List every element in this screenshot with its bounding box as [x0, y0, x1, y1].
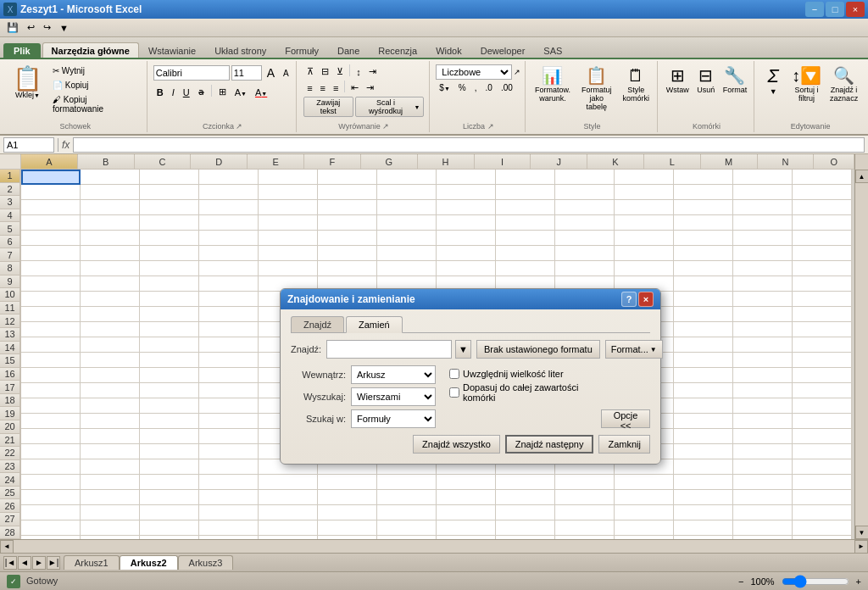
font-color-button[interactable]: A▼: [252, 85, 270, 99]
cell-21-1[interactable]: [81, 475, 140, 490]
cell-22-8[interactable]: [496, 490, 555, 505]
cell-6-9[interactable]: [555, 246, 615, 261]
format-painter-button[interactable]: 🖌 Kopiuj formatowanie: [48, 93, 142, 115]
row-header-16[interactable]: 16: [0, 368, 20, 381]
cell-reference-box[interactable]: [3, 137, 54, 153]
cell-style-btn[interactable]: 🗒 Stylekomórki: [620, 64, 652, 105]
row-header-19[interactable]: 19: [0, 407, 20, 420]
cell-3-13[interactable]: [793, 200, 852, 215]
maximize-button[interactable]: □: [826, 2, 844, 17]
cell-2-12[interactable]: [733, 185, 793, 200]
cell-22-13[interactable]: [793, 490, 852, 505]
row-header-11[interactable]: 11: [0, 302, 20, 315]
align-top-btn[interactable]: ⊼: [303, 64, 317, 79]
font-name-input[interactable]: [153, 65, 230, 81]
cell-2-11[interactable]: [674, 185, 733, 200]
cell-24-7[interactable]: [437, 520, 496, 536]
cell-2-2[interactable]: [140, 185, 199, 200]
cell-24-1[interactable]: [81, 520, 140, 536]
cell-24-4[interactable]: [259, 520, 318, 536]
cell-17-13[interactable]: [793, 414, 852, 429]
cell-4-9[interactable]: [555, 215, 615, 231]
cell-21-10[interactable]: [615, 475, 674, 490]
cell-13-1[interactable]: [81, 353, 140, 368]
cell-15-0[interactable]: [21, 383, 81, 398]
look-in-select[interactable]: Formuły Wartości Komentarze: [351, 409, 436, 428]
row-header-27[interactable]: 27: [0, 513, 20, 526]
cell-5-0[interactable]: [21, 231, 81, 246]
cell-6-7[interactable]: [437, 246, 496, 261]
cell-22-12[interactable]: [733, 490, 793, 505]
tab-znajdz[interactable]: Znajdź: [291, 316, 344, 332]
cell-6-6[interactable]: [377, 246, 437, 261]
cell-3-8[interactable]: [496, 200, 555, 215]
cell-22-10[interactable]: [615, 490, 674, 505]
cell-18-2[interactable]: [140, 429, 199, 444]
cell-21-11[interactable]: [674, 475, 733, 490]
find-select-btn[interactable]: 🔍 Znajdź izaznacz: [827, 64, 860, 105]
col-header-B[interactable]: B: [78, 154, 135, 170]
cell-18-3[interactable]: [199, 429, 259, 444]
czcionka-expand-icon[interactable]: ↗: [236, 122, 242, 131]
cell-15-1[interactable]: [81, 383, 140, 398]
sheet-tab-arkusz1[interactable]: Arkusz1: [64, 555, 120, 570]
cell-16-1[interactable]: [81, 398, 140, 414]
cell-2-6[interactable]: [377, 185, 437, 200]
cell-10-13[interactable]: [793, 307, 852, 322]
sheet-tab-arkusz2[interactable]: Arkusz2: [120, 555, 178, 570]
row-header-6[interactable]: 6: [0, 236, 20, 249]
cell-23-6[interactable]: [377, 505, 437, 520]
col-header-E[interactable]: E: [248, 154, 304, 170]
fill-color-button[interactable]: A▼: [231, 85, 250, 99]
whole-cell-checkbox[interactable]: [449, 387, 459, 398]
row-header-26[interactable]: 26: [0, 499, 20, 513]
cell-3-9[interactable]: [555, 200, 615, 215]
thousands-btn[interactable]: ,: [471, 81, 481, 94]
cell-2-13[interactable]: [793, 185, 852, 200]
row-header-10[interactable]: 10: [0, 288, 20, 302]
tab-plik[interactable]: Plik: [3, 43, 41, 58]
cell-21-6[interactable]: [377, 475, 437, 490]
cell-23-12[interactable]: [733, 505, 793, 520]
cell-1-5[interactable]: [318, 170, 377, 185]
cell-9-1[interactable]: [81, 292, 140, 307]
scroll-down-btn[interactable]: ▼: [855, 526, 869, 539]
col-header-H[interactable]: H: [418, 154, 475, 170]
cell-4-7[interactable]: [437, 215, 496, 231]
cell-4-4[interactable]: [259, 215, 318, 231]
col-header-D[interactable]: D: [191, 154, 248, 170]
cell-23-9[interactable]: [555, 505, 615, 520]
sheet-next-btn[interactable]: ►: [32, 556, 46, 570]
cell-6-1[interactable]: [81, 246, 140, 261]
cell-13-0[interactable]: [21, 353, 81, 368]
cell-9-3[interactable]: [199, 292, 259, 307]
cell-23-3[interactable]: [199, 505, 259, 520]
cell-3-12[interactable]: [733, 200, 793, 215]
cell-20-1[interactable]: [81, 459, 140, 475]
cell-7-2[interactable]: [140, 261, 199, 276]
cell-8-2[interactable]: [140, 276, 199, 292]
cell-9-0[interactable]: [21, 292, 81, 307]
cell-12-12[interactable]: [733, 337, 793, 353]
cell-24-3[interactable]: [199, 520, 259, 536]
case-sensitive-checkbox[interactable]: [449, 369, 459, 379]
cell-18-13[interactable]: [793, 429, 852, 444]
cell-11-11[interactable]: [674, 322, 733, 337]
indent-increase-btn[interactable]: ⇥: [365, 64, 380, 79]
strikethrough-button[interactable]: a̶: [195, 85, 208, 99]
cell-13-3[interactable]: [199, 353, 259, 368]
col-header-N[interactable]: N: [758, 154, 815, 170]
cell-20-12[interactable]: [733, 459, 793, 475]
tab-wstawianie[interactable]: Wstawianie: [139, 42, 205, 58]
col-header-G[interactable]: G: [361, 154, 418, 170]
cell-18-12[interactable]: [733, 429, 793, 444]
cell-1-9[interactable]: [555, 170, 615, 185]
cell-5-7[interactable]: [437, 231, 496, 246]
tab-deweloper[interactable]: Deweloper: [471, 42, 535, 58]
col-header-O[interactable]: O: [814, 154, 854, 170]
cell-8-13[interactable]: [793, 276, 852, 292]
cell-23-10[interactable]: [615, 505, 674, 520]
decrease-decimal-btn[interactable]: .00: [498, 81, 516, 94]
col-header-L[interactable]: L: [644, 154, 701, 170]
cell-15-3[interactable]: [199, 383, 259, 398]
